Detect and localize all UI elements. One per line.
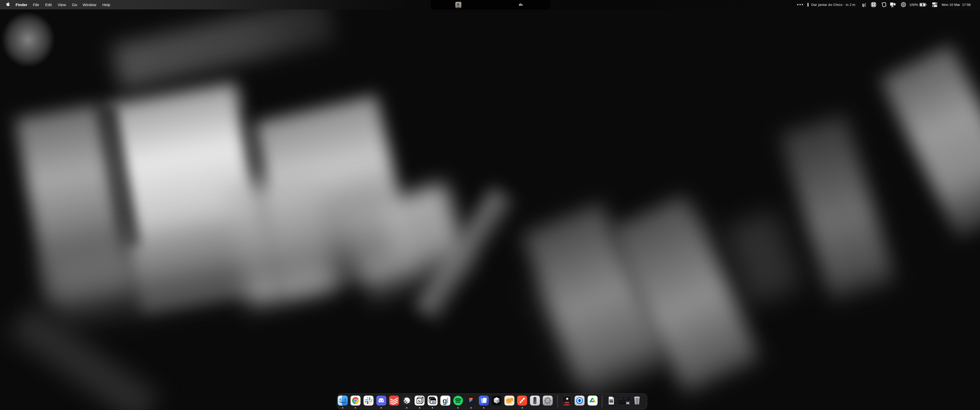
svg-text:10: 10 <box>431 400 435 404</box>
svg-text:N: N <box>418 399 421 404</box>
svg-text:11: 11 <box>627 402 628 404</box>
svg-text:g: g <box>442 397 447 405</box>
svg-text:raycast: raycast <box>565 402 570 403</box>
